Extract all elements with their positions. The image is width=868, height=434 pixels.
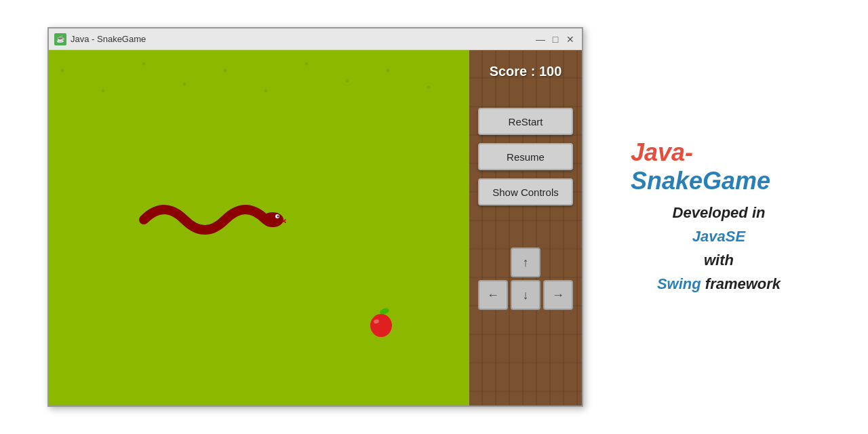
window-controls: — □ ✕ [534, 33, 576, 45]
app-description: Developed in JavaSE with Swing framework [657, 201, 781, 296]
svg-point-0 [262, 212, 283, 227]
app-window: ☕ Java - SnakeGame — □ ✕ [47, 27, 583, 407]
title-java-part: Java- [631, 138, 693, 166]
score-display: Score : 100 [490, 64, 562, 79]
title-bar: ☕ Java - SnakeGame — □ ✕ [49, 28, 582, 50]
desc-javase: JavaSE [692, 228, 745, 245]
svg-point-4 [370, 314, 392, 337]
info-panel: Java-SnakeGame Developed in JavaSE with … [617, 125, 821, 310]
apple [368, 308, 395, 341]
snake [137, 193, 286, 250]
window-title: Java - SnakeGame [71, 34, 534, 44]
close-button[interactable]: ✕ [564, 33, 576, 45]
title-snake-part: SnakeGame [631, 167, 770, 195]
page-wrapper: ☕ Java - SnakeGame — □ ✕ [0, 0, 868, 434]
app-icon: ☕ [54, 33, 66, 45]
down-arrow-button[interactable]: ↓ [511, 280, 540, 310]
svg-point-2 [277, 216, 279, 218]
right-arrow-button[interactable]: → [543, 280, 573, 310]
minimize-button[interactable]: — [534, 33, 547, 45]
resume-button[interactable]: Resume [478, 143, 573, 170]
desc-swing: Swing [657, 275, 701, 292]
arrow-pad: ↑ ← ↓ → [478, 248, 573, 310]
maximize-button[interactable]: □ [549, 33, 561, 45]
window-body: Score : 100 ReStart Resume Show Controls… [49, 50, 582, 406]
show-controls-button[interactable]: Show Controls [478, 178, 573, 205]
left-arrow-button[interactable]: ← [478, 280, 508, 310]
desc-with: with [704, 252, 734, 269]
desc-line1: Developed in [673, 204, 766, 221]
app-title: Java-SnakeGame [631, 138, 807, 195]
side-panel: Score : 100 ReStart Resume Show Controls… [469, 50, 582, 406]
desc-framework: framework [701, 275, 781, 292]
game-canvas [49, 50, 469, 406]
restart-button[interactable]: ReStart [478, 108, 573, 135]
up-arrow-button[interactable]: ↑ [511, 248, 540, 277]
